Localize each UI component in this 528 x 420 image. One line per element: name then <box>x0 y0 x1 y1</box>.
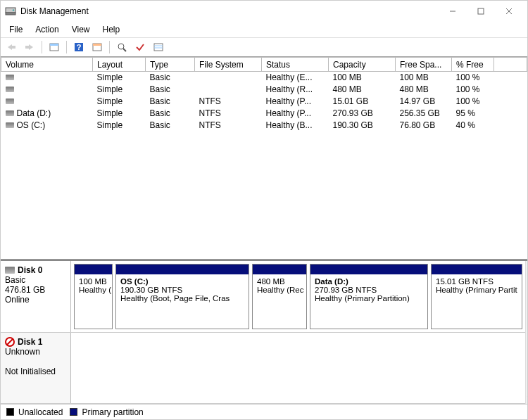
disk-type: Unknown <box>5 347 66 357</box>
disk-state: Not Initialised <box>5 367 66 376</box>
table-row[interactable]: Data (D:)SimpleBasicNTFSHealthy (P...270… <box>1 108 527 120</box>
col-pctfree[interactable]: % Free <box>452 58 494 72</box>
disk-row[interactable]: Disk 1Unknown Not Initialised <box>1 333 525 405</box>
disk-partitions <box>71 333 525 404</box>
drive-icon <box>6 122 14 128</box>
svg-rect-12 <box>93 44 101 46</box>
table-row[interactable]: SimpleBasicNTFSHealthy (P...15.01 GB14.9… <box>1 96 527 108</box>
cell-pct: 100 % <box>452 96 494 108</box>
list-view-button[interactable] <box>151 39 166 55</box>
error-icon <box>5 337 15 347</box>
cell-layout: Simple <box>93 72 146 84</box>
cell-layout: Simple <box>93 96 146 108</box>
cell-capacity: 100 MB <box>329 72 396 84</box>
table-row[interactable]: OS (C:)SimpleBasicNTFSHealthy (B...190.3… <box>1 120 527 132</box>
svg-text:?: ? <box>77 43 82 51</box>
cell-status: Healthy (P... <box>262 108 329 120</box>
partition[interactable]: 100 MBHealthy ( <box>74 264 113 329</box>
svg-point-2 <box>13 9 14 11</box>
cell-free: 256.35 GB <box>396 108 452 120</box>
menubar: File Action View Help <box>1 22 527 37</box>
col-layout[interactable]: Layout <box>93 58 146 72</box>
cell-type: Basic <box>146 96 195 108</box>
col-filesystem[interactable]: File System <box>195 58 262 72</box>
disk-label: Disk 0 <box>18 265 42 275</box>
volume-name: Data (D:) <box>17 108 51 118</box>
minimize-button[interactable] <box>439 1 467 21</box>
cell-pct: 100 % <box>452 72 494 84</box>
help-button[interactable]: ? <box>71 39 87 55</box>
cell-capacity: 270.93 GB <box>329 108 396 120</box>
toolbar-separator <box>42 41 42 53</box>
legend-label-unallocated: Unallocated <box>18 407 63 417</box>
partition-color-bar <box>432 265 522 274</box>
menu-view[interactable]: View <box>66 23 96 36</box>
window-title: Disk Management <box>20 6 89 16</box>
menu-help[interactable]: Help <box>97 23 126 36</box>
maximize-button[interactable] <box>467 1 495 21</box>
vertical-scrollbar[interactable]: ▲ ▼ <box>525 261 528 404</box>
col-type[interactable]: Type <box>146 58 195 72</box>
disk-header[interactable]: Disk 1Unknown Not Initialised <box>1 333 71 404</box>
cell-capacity: 480 MB <box>329 84 396 96</box>
col-capacity[interactable]: Capacity <box>329 58 396 72</box>
svg-rect-8 <box>50 44 58 46</box>
refresh-button[interactable] <box>114 39 130 55</box>
volume-list-pane: Volume Layout Type File System Status Ca… <box>1 57 527 260</box>
cell-fs <box>195 84 262 96</box>
partition-name: Data (D:) <box>315 277 423 286</box>
partition[interactable]: OS (C:)190.30 GB NTFSHealthy (Boot, Page… <box>115 264 249 329</box>
cell-pct: 100 % <box>452 84 494 96</box>
partition-size: 270.93 GB NTFS <box>315 286 423 294</box>
partition-color-bar <box>75 265 112 274</box>
svg-point-13 <box>118 44 124 49</box>
partition-size: 15.01 GB NTFS <box>436 277 517 286</box>
table-row[interactable]: SimpleBasicHealthy (R...480 MB480 MB100 … <box>1 84 527 96</box>
cell-status: Healthy (P... <box>262 96 329 108</box>
disk-row[interactable]: Disk 0Basic476.81 GBOnline100 MBHealthy … <box>1 261 525 333</box>
cell-type: Basic <box>146 108 195 120</box>
show-hide-tree-button[interactable] <box>46 39 62 55</box>
col-freespace[interactable]: Free Spa... <box>396 58 452 72</box>
partition-size: 100 MB <box>79 277 108 286</box>
col-volume[interactable]: Volume <box>1 58 93 72</box>
legend-bar: Unallocated Primary partition <box>1 404 527 419</box>
partition-status: Healthy (Rec <box>257 286 302 294</box>
drive-icon <box>6 75 14 80</box>
forward-button[interactable] <box>22 39 37 55</box>
partition[interactable]: Data (D:)270.93 GB NTFSHealthy (Primary … <box>310 264 428 329</box>
volume-name: OS (C:) <box>17 120 46 130</box>
partition-status: Healthy ( <box>79 286 108 294</box>
cell-free: 100 MB <box>396 72 452 84</box>
cell-status: Healthy (R... <box>262 84 329 96</box>
partition[interactable]: 480 MBHealthy (Rec <box>252 264 307 329</box>
cell-status: Healthy (E... <box>262 72 329 84</box>
column-header-row: Volume Layout Type File System Status Ca… <box>1 58 527 72</box>
svg-rect-1 <box>6 13 15 15</box>
titlebar: Disk Management <box>1 1 527 22</box>
partition[interactable]: 15.01 GB NTFSHealthy (Primary Partit <box>431 264 522 329</box>
disk-label: Disk 1 <box>18 337 42 347</box>
settings-button[interactable] <box>89 39 105 55</box>
legend-label-primary: Primary partition <box>82 407 143 417</box>
table-row[interactable]: SimpleBasicHealthy (E...100 MB100 MB100 … <box>1 72 527 84</box>
partition-status: Healthy (Primary Partit <box>436 286 517 294</box>
close-button[interactable] <box>495 1 523 21</box>
drive-icon <box>6 87 14 92</box>
back-button[interactable] <box>4 39 19 55</box>
legend-swatch-primary <box>70 408 77 416</box>
partition-status: Healthy (Boot, Page File, Cras <box>120 294 244 303</box>
partition-color-bar <box>310 265 427 274</box>
menu-file[interactable]: File <box>4 23 28 36</box>
partition-name: OS (C:) <box>120 277 244 286</box>
disk-partitions: 100 MBHealthy (OS (C:)190.30 GB NTFSHeal… <box>71 261 525 332</box>
cell-fs <box>195 72 262 84</box>
cell-type: Basic <box>146 72 195 84</box>
disk-graphical-pane: Disk 0Basic476.81 GBOnline100 MBHealthy … <box>1 260 527 404</box>
menu-action[interactable]: Action <box>30 23 64 36</box>
apply-button[interactable] <box>132 39 148 55</box>
disk-header[interactable]: Disk 0Basic476.81 GBOnline <box>1 261 71 332</box>
col-status[interactable]: Status <box>262 58 329 72</box>
cell-fs: NTFS <box>195 108 262 120</box>
partition-size: 480 MB <box>257 277 302 286</box>
